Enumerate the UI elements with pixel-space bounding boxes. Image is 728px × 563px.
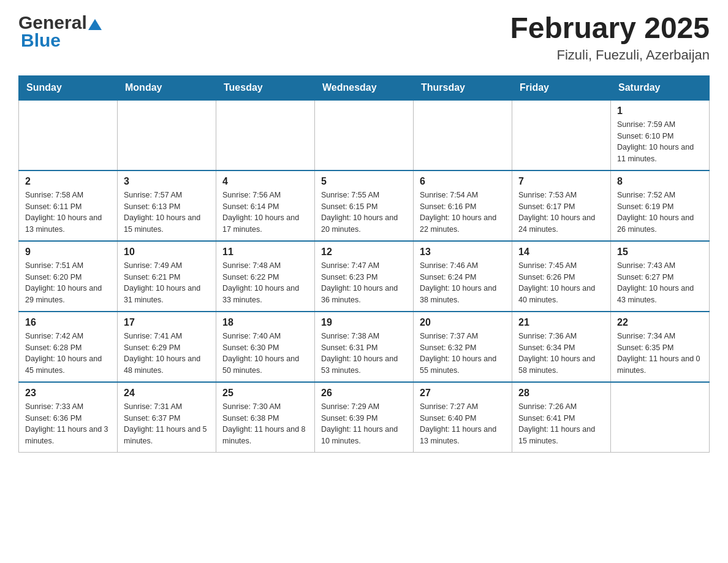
calendar-week-row: 9Sunrise: 7:51 AMSunset: 6:20 PMDaylight… <box>19 241 710 312</box>
table-row: 26Sunrise: 7:29 AMSunset: 6:39 PMDayligh… <box>315 382 414 453</box>
table-row <box>315 100 414 170</box>
day-info: Sunrise: 7:55 AMSunset: 6:15 PMDaylight:… <box>321 190 407 236</box>
table-row: 14Sunrise: 7:45 AMSunset: 6:26 PMDayligh… <box>512 241 611 312</box>
day-info: Sunrise: 7:52 AMSunset: 6:19 PMDaylight:… <box>617 190 703 236</box>
day-number: 5 <box>321 176 407 187</box>
day-info: Sunrise: 7:36 AMSunset: 6:34 PMDaylight:… <box>518 331 604 377</box>
day-number: 16 <box>25 317 111 328</box>
table-row: 17Sunrise: 7:41 AMSunset: 6:29 PMDayligh… <box>118 312 216 382</box>
day-info: Sunrise: 7:59 AMSunset: 6:10 PMDaylight:… <box>617 119 703 165</box>
day-info: Sunrise: 7:57 AMSunset: 6:13 PMDaylight:… <box>124 190 210 236</box>
table-row: 23Sunrise: 7:33 AMSunset: 6:36 PMDayligh… <box>19 382 118 453</box>
table-row: 22Sunrise: 7:34 AMSunset: 6:35 PMDayligh… <box>611 312 710 382</box>
table-row <box>216 100 315 170</box>
day-info: Sunrise: 7:33 AMSunset: 6:36 PMDaylight:… <box>25 401 111 447</box>
table-row <box>611 382 710 453</box>
logo-triangle-icon <box>88 19 95 30</box>
day-number: 12 <box>321 247 407 258</box>
day-info: Sunrise: 7:31 AMSunset: 6:37 PMDaylight:… <box>124 401 210 447</box>
day-number: 15 <box>617 247 703 258</box>
day-number: 4 <box>222 176 308 187</box>
day-info: Sunrise: 7:26 AMSunset: 6:41 PMDaylight:… <box>518 401 604 447</box>
table-row: 19Sunrise: 7:38 AMSunset: 6:31 PMDayligh… <box>315 312 414 382</box>
logo-blue-text: Blue <box>18 30 102 51</box>
day-info: Sunrise: 7:40 AMSunset: 6:30 PMDaylight:… <box>222 331 308 377</box>
day-info: Sunrise: 7:47 AMSunset: 6:23 PMDaylight:… <box>321 260 407 306</box>
table-row: 9Sunrise: 7:51 AMSunset: 6:20 PMDaylight… <box>19 241 118 312</box>
day-number: 8 <box>617 176 703 187</box>
day-number: 23 <box>25 388 111 399</box>
header-thursday: Thursday <box>414 75 512 100</box>
day-info: Sunrise: 7:58 AMSunset: 6:11 PMDaylight:… <box>25 190 111 236</box>
day-info: Sunrise: 7:34 AMSunset: 6:35 PMDaylight:… <box>617 331 703 377</box>
table-row: 1Sunrise: 7:59 AMSunset: 6:10 PMDaylight… <box>611 100 710 170</box>
day-number: 1 <box>617 105 703 117</box>
table-row: 7Sunrise: 7:53 AMSunset: 6:17 PMDaylight… <box>512 170 611 241</box>
day-number: 13 <box>420 247 506 258</box>
day-info: Sunrise: 7:37 AMSunset: 6:32 PMDaylight:… <box>420 331 506 377</box>
day-info: Sunrise: 7:27 AMSunset: 6:40 PMDaylight:… <box>420 401 506 447</box>
header-sunday: Sunday <box>19 75 118 100</box>
day-info: Sunrise: 7:48 AMSunset: 6:22 PMDaylight:… <box>222 260 308 306</box>
header-friday: Friday <box>512 75 611 100</box>
table-row: 27Sunrise: 7:27 AMSunset: 6:40 PMDayligh… <box>414 382 512 453</box>
day-number: 22 <box>617 317 703 328</box>
day-number: 19 <box>321 317 407 328</box>
title-block: February 2025 Fizuli, Fuezuli, Azerbaija… <box>510 12 710 63</box>
day-number: 20 <box>420 317 506 328</box>
table-row: 12Sunrise: 7:47 AMSunset: 6:23 PMDayligh… <box>315 241 414 312</box>
day-info: Sunrise: 7:53 AMSunset: 6:17 PMDaylight:… <box>518 190 604 236</box>
day-number: 10 <box>124 247 210 258</box>
day-info: Sunrise: 7:51 AMSunset: 6:20 PMDaylight:… <box>25 260 111 306</box>
day-info: Sunrise: 7:46 AMSunset: 6:24 PMDaylight:… <box>420 260 506 306</box>
table-row: 20Sunrise: 7:37 AMSunset: 6:32 PMDayligh… <box>414 312 512 382</box>
day-number: 24 <box>124 388 210 399</box>
day-number: 11 <box>222 247 308 258</box>
day-info: Sunrise: 7:56 AMSunset: 6:14 PMDaylight:… <box>222 190 308 236</box>
header-tuesday: Tuesday <box>216 75 315 100</box>
day-number: 3 <box>124 176 210 187</box>
table-row: 11Sunrise: 7:48 AMSunset: 6:22 PMDayligh… <box>216 241 315 312</box>
day-info: Sunrise: 7:42 AMSunset: 6:28 PMDaylight:… <box>25 331 111 377</box>
table-row: 3Sunrise: 7:57 AMSunset: 6:13 PMDaylight… <box>118 170 216 241</box>
table-row: 4Sunrise: 7:56 AMSunset: 6:14 PMDaylight… <box>216 170 315 241</box>
logo: General Blue <box>18 12 102 51</box>
day-info: Sunrise: 7:45 AMSunset: 6:26 PMDaylight:… <box>518 260 604 306</box>
calendar-table: Sunday Monday Tuesday Wednesday Thursday… <box>18 75 710 453</box>
table-row <box>414 100 512 170</box>
day-number: 6 <box>420 176 506 187</box>
day-info: Sunrise: 7:41 AMSunset: 6:29 PMDaylight:… <box>124 331 210 377</box>
table-row: 24Sunrise: 7:31 AMSunset: 6:37 PMDayligh… <box>118 382 216 453</box>
day-number: 14 <box>518 247 604 258</box>
table-row: 21Sunrise: 7:36 AMSunset: 6:34 PMDayligh… <box>512 312 611 382</box>
table-row: 28Sunrise: 7:26 AMSunset: 6:41 PMDayligh… <box>512 382 611 453</box>
table-row: 10Sunrise: 7:49 AMSunset: 6:21 PMDayligh… <box>118 241 216 312</box>
day-number: 2 <box>25 176 111 187</box>
day-number: 18 <box>222 317 308 328</box>
calendar-week-row: 16Sunrise: 7:42 AMSunset: 6:28 PMDayligh… <box>19 312 710 382</box>
day-number: 7 <box>518 176 604 187</box>
day-number: 28 <box>518 388 604 399</box>
day-info: Sunrise: 7:29 AMSunset: 6:39 PMDaylight:… <box>321 401 407 447</box>
logo-triangle-icon2 <box>95 19 102 30</box>
table-row <box>118 100 216 170</box>
table-row: 15Sunrise: 7:43 AMSunset: 6:27 PMDayligh… <box>611 241 710 312</box>
header-monday: Monday <box>118 75 216 100</box>
table-row: 13Sunrise: 7:46 AMSunset: 6:24 PMDayligh… <box>414 241 512 312</box>
day-number: 17 <box>124 317 210 328</box>
table-row: 16Sunrise: 7:42 AMSunset: 6:28 PMDayligh… <box>19 312 118 382</box>
table-row: 25Sunrise: 7:30 AMSunset: 6:38 PMDayligh… <box>216 382 315 453</box>
calendar-week-row: 1Sunrise: 7:59 AMSunset: 6:10 PMDaylight… <box>19 100 710 170</box>
day-info: Sunrise: 7:49 AMSunset: 6:21 PMDaylight:… <box>124 260 210 306</box>
day-info: Sunrise: 7:54 AMSunset: 6:16 PMDaylight:… <box>420 190 506 236</box>
calendar-week-row: 23Sunrise: 7:33 AMSunset: 6:36 PMDayligh… <box>19 382 710 453</box>
day-number: 27 <box>420 388 506 399</box>
day-number: 21 <box>518 317 604 328</box>
page-header: General Blue February 2025 Fizuli, Fuezu… <box>18 12 710 63</box>
table-row: 8Sunrise: 7:52 AMSunset: 6:19 PMDaylight… <box>611 170 710 241</box>
calendar-header-row: Sunday Monday Tuesday Wednesday Thursday… <box>19 75 710 100</box>
day-number: 9 <box>25 247 111 258</box>
day-info: Sunrise: 7:30 AMSunset: 6:38 PMDaylight:… <box>222 401 308 447</box>
header-wednesday: Wednesday <box>315 75 414 100</box>
table-row: 6Sunrise: 7:54 AMSunset: 6:16 PMDaylight… <box>414 170 512 241</box>
